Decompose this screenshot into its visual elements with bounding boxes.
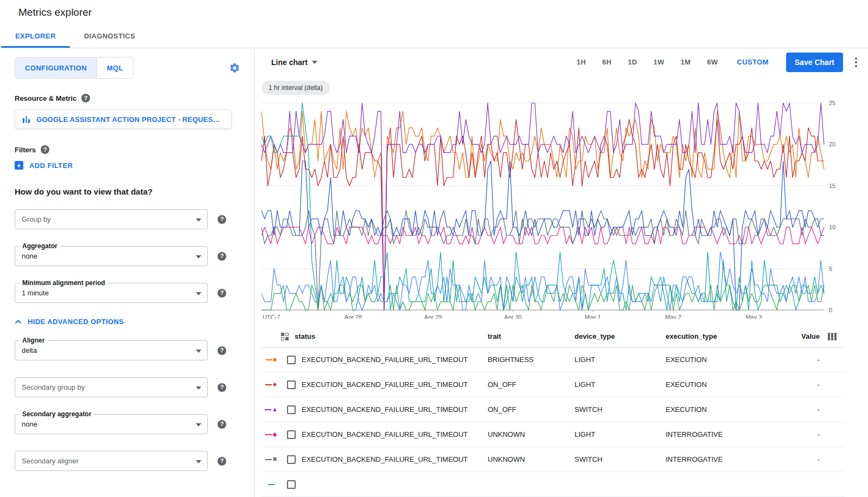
time-range-1m-button[interactable]: 1M <box>673 58 699 66</box>
svg-text:May 1: May 1 <box>585 314 601 319</box>
row-trait: ON_OFF <box>488 380 575 389</box>
tab-diagnostics[interactable]: DIAGNOSTICS <box>70 24 150 48</box>
time-range-custom-button[interactable]: CUSTOM <box>726 58 780 66</box>
chevron-up-icon <box>15 318 22 325</box>
row-status: EXECUTION_BACKEND_FAILURE_URL_TIMEOUT <box>302 380 488 389</box>
field-help-icon[interactable]: ? <box>218 420 226 429</box>
series-table: status trait device_type execution_type … <box>261 326 845 497</box>
table-row[interactable]: ▲ EXECUTION_BACKEND_FAILURE_URL_TIMEOUT … <box>261 397 845 422</box>
page-title: Metrics explorer <box>18 7 92 18</box>
column-device-type[interactable]: device_type <box>575 332 666 340</box>
field-help-icon[interactable]: ? <box>218 383 226 392</box>
dropdown-caret-icon <box>196 386 201 390</box>
field-value: 1 minute <box>22 289 49 297</box>
interval-chip[interactable]: 1 hr interval (delta) <box>261 81 330 95</box>
time-range-1d-button[interactable]: 1D <box>620 58 645 66</box>
secondary-aligner-select[interactable]: Secondary aligner <box>15 451 208 471</box>
svg-text:20: 20 <box>829 141 835 147</box>
time-range-1w-button[interactable]: 1W <box>645 58 672 66</box>
view-data-question: How do you want to view that data? <box>15 187 242 196</box>
app-header: Metrics explorer <box>0 0 868 24</box>
row-checkbox[interactable] <box>287 405 296 414</box>
field-value: Group by <box>22 215 50 223</box>
more-options-icon[interactable] <box>853 55 859 69</box>
row-execution-type: INTERROGATIVE <box>666 455 782 463</box>
main-tab-bar: EXPLORER DIAGNOSTICS <box>0 24 868 48</box>
configuration-tab[interactable]: CONFIGURATION <box>15 57 97 78</box>
field-row: Secondary group by ? <box>15 377 242 397</box>
column-execution-type[interactable]: execution_type <box>666 332 782 340</box>
columns-settings-icon[interactable] <box>828 333 837 340</box>
row-trait: UNKNOWN <box>488 455 575 463</box>
row-status: EXECUTION_BACKEND_FAILURE_URL_TIMEOUT <box>302 405 488 414</box>
row-value: - <box>782 380 820 389</box>
metrics-explorer-app: Metrics explorer EXPLORER DIAGNOSTICS CO… <box>0 0 868 497</box>
field-row: Aggregator none ? <box>15 246 242 266</box>
settings-gear-icon[interactable] <box>229 62 240 74</box>
line-chart[interactable]: 0510152025UTC-7Apr 28Apr 29Apr 30May 1Ma… <box>261 95 858 319</box>
field-value: Secondary aligner <box>22 457 79 465</box>
aggregator-select[interactable]: Aggregator none <box>15 246 208 266</box>
row-checkbox[interactable] <box>287 430 296 439</box>
table-row[interactable]: ◆ EXECUTION_BACKEND_FAILURE_URL_TIMEOUT … <box>261 422 845 447</box>
row-trait: BRIGHTNESS <box>488 356 575 364</box>
table-row[interactable]: ✖ EXECUTION_BACKEND_FAILURE_URL_TIMEOUT … <box>261 447 845 472</box>
filters-help-icon[interactable]: ? <box>41 145 49 154</box>
field-row: Minimum alignment period 1 minute ? <box>15 283 242 303</box>
resource-metric-label: Resource & Metric <box>15 94 76 102</box>
config-mode-row: CONFIGURATION MQL <box>15 57 242 79</box>
hide-advanced-options-label: HIDE ADVANCED OPTIONS <box>28 318 124 326</box>
save-chart-button[interactable]: Save Chart <box>786 53 843 72</box>
row-checkbox[interactable] <box>287 356 296 364</box>
chevron-down-icon <box>312 61 317 64</box>
aligner-select[interactable]: Aligner delta <box>15 340 208 360</box>
field-row: Secondary aligner ? <box>15 451 242 471</box>
advanced-fields: Aligner delta ? Secondary group by ? Sec… <box>15 340 242 471</box>
resource-metric-help-icon[interactable]: ? <box>81 94 90 102</box>
row-device-type: LIGHT <box>575 356 666 364</box>
chart-type-dropdown[interactable]: Line chart <box>271 58 317 67</box>
table-row[interactable] <box>261 472 845 497</box>
table-row[interactable]: ★ EXECUTION_BACKEND_FAILURE_URL_TIMEOUT … <box>261 372 845 397</box>
row-value: - <box>782 455 820 463</box>
field-help-icon[interactable]: ? <box>218 215 226 224</box>
time-range-1h-button[interactable]: 1H <box>569 58 594 66</box>
column-trait[interactable]: trait <box>488 332 575 340</box>
dropdown-caret-icon <box>196 255 201 259</box>
field-help-icon[interactable]: ? <box>218 252 226 261</box>
row-checkbox[interactable] <box>287 455 296 464</box>
hide-advanced-options-button[interactable]: HIDE ADVANCED OPTIONS <box>15 318 124 326</box>
column-status[interactable]: status <box>295 332 315 340</box>
svg-text:May 3: May 3 <box>745 314 762 319</box>
svg-text:UTC-7: UTC-7 <box>263 314 280 319</box>
field-value: none <box>22 420 37 428</box>
add-filter-button[interactable]: + ADD FILTER <box>15 161 73 170</box>
column-value[interactable]: Value <box>782 332 820 340</box>
table-row[interactable]: ■ EXECUTION_BACKEND_FAILURE_URL_TIMEOUT … <box>261 347 845 372</box>
field-help-icon[interactable]: ? <box>218 346 226 355</box>
svg-text:Apr 29: Apr 29 <box>424 314 442 319</box>
row-checkbox[interactable] <box>287 380 296 389</box>
group-by-select[interactable]: Group by <box>15 209 208 229</box>
field-help-icon[interactable]: ? <box>218 457 226 466</box>
secondary-aggregator-select[interactable]: Secondary aggregator none <box>15 414 208 434</box>
row-value: - <box>782 430 820 438</box>
row-checkbox[interactable] <box>287 480 296 489</box>
legend-toggle-icon[interactable] <box>281 333 289 340</box>
svg-text:15: 15 <box>829 182 835 189</box>
minimum-alignment-period-select[interactable]: Minimum alignment period 1 minute <box>15 283 208 303</box>
table-header-row: status trait device_type execution_type … <box>261 326 845 347</box>
field-help-icon[interactable]: ? <box>218 289 226 298</box>
mql-tab[interactable]: MQL <box>97 57 133 78</box>
row-status: EXECUTION_BACKEND_FAILURE_URL_TIMEOUT <box>302 455 488 463</box>
row-device-type: LIGHT <box>575 380 666 389</box>
tab-explorer[interactable]: EXPLORER <box>1 24 70 48</box>
time-range-group: 1H6H1D1W1M6W <box>569 58 726 66</box>
time-range-6w-button[interactable]: 6W <box>699 58 726 66</box>
svg-text:Apr 28: Apr 28 <box>344 314 362 319</box>
time-range-6h-button[interactable]: 6H <box>594 58 620 66</box>
resource-metric-button[interactable]: GOOGLE ASSISTANT ACTION PROJECT - REQUES… <box>15 109 232 129</box>
field-label: Minimum alignment period <box>20 280 108 287</box>
row-status: EXECUTION_BACKEND_FAILURE_URL_TIMEOUT <box>302 356 488 364</box>
secondary-group-by-select[interactable]: Secondary group by <box>15 377 208 397</box>
